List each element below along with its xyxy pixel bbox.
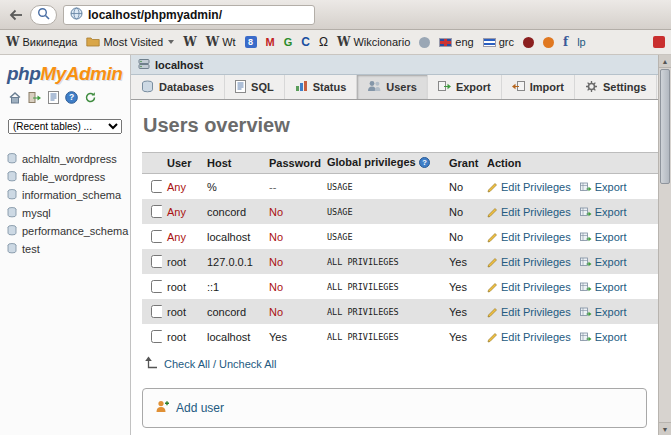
grant-cell: Yes [444,249,482,274]
sidebar-item-performance-schema[interactable]: performance_schema [7,222,126,240]
scroll-up-icon[interactable]: ▲ [659,55,671,68]
bookmark-label: grc [499,36,514,48]
edit-privileges-link[interactable]: Edit Privileges [501,206,571,218]
sidebar-item-fiable-wordpress[interactable]: fiable_wordpress [7,168,126,186]
bookmark-lp[interactable]: lp [577,36,586,48]
logout-icon[interactable] [28,91,42,104]
tab-settings[interactable]: Settings [575,75,657,99]
row-checkbox[interactable] [151,255,162,268]
bookmark-g[interactable]: G [284,36,293,48]
tab-sql[interactable]: SQL [225,75,285,99]
user-cell: Any [162,224,202,249]
back-icon[interactable] [8,8,24,22]
bookmark-wikcionario[interactable]: W Wikcionario [337,36,410,48]
row-checkbox[interactable] [151,330,162,343]
export-link[interactable]: Export [595,281,627,293]
bookmark-omega[interactable]: Ω [319,35,328,49]
sql-window-icon[interactable] [48,91,59,104]
export-tab-icon [438,80,451,94]
database-name: information_schema [22,189,121,201]
export-link[interactable]: Export [595,181,627,193]
search-button[interactable] [30,5,57,25]
edit-privileges-link[interactable]: Edit Privileges [501,181,571,193]
home-icon[interactable] [8,91,22,104]
users-table: User Host Password Global privileges? Gr… [142,152,658,349]
bookmark-site[interactable] [419,37,430,48]
check-all-arrow-icon [144,356,159,371]
scroll-down-icon[interactable]: ▼ [659,422,671,435]
row-checkbox[interactable] [151,280,162,293]
vertical-scrollbar[interactable]: ▲ ▼ [658,55,671,435]
scrollbar-thumb[interactable] [660,69,670,184]
bookmark-wikipedia[interactable]: W Википедиа [6,36,77,48]
sidebar-item-achlaltn-wordpress[interactable]: achlaltn_wordpress [7,150,126,168]
grant-cell: Yes [444,299,482,324]
bookmark-grc[interactable]: grc [483,36,514,48]
add-user-link[interactable]: Add user [176,401,224,415]
row-checkbox[interactable] [151,180,162,193]
grant-cell: Yes [444,274,482,299]
bookmark-orange[interactable] [543,37,554,48]
table-row: root concord No ALL PRIVILEGES Yes Edit … [142,299,658,324]
bookmark-wt[interactable]: W Wt [206,36,236,48]
bookmark-8[interactable]: 8 [245,36,257,48]
host-cell: localhost [202,224,264,249]
export-icon [580,182,592,193]
docs-icon[interactable]: ? [65,91,78,104]
row-checkbox[interactable] [151,230,162,243]
sidebar-item-test[interactable]: test [7,240,126,258]
bookmark-eng[interactable]: eng [439,36,473,48]
tab-users[interactable]: Users [357,75,428,99]
privileges-cell: USAGE [322,174,444,200]
edit-privileges-link[interactable]: Edit Privileges [501,231,571,243]
server-name[interactable]: localhost [155,59,203,71]
edit-privileges-link[interactable]: Edit Privileges [501,281,571,293]
bookmark-label: Wikcionario [353,36,410,48]
tab-export[interactable]: Export [428,75,502,99]
svg-text:?: ? [69,92,74,102]
export-link[interactable]: Export [595,331,627,343]
tab-databases[interactable]: Databases [131,75,225,99]
host-cell: concord [202,199,264,224]
tab-import[interactable]: Import [502,75,575,99]
url-text[interactable]: localhost/phpmyadmin/ [88,8,222,22]
tab-status[interactable]: Status [285,75,358,99]
edit-privileges-link[interactable]: Edit Privileges [501,331,571,343]
url-bar[interactable]: localhost/phpmyadmin/ [63,5,315,25]
action-cell: Edit PrivilegesExport [482,299,658,324]
checkbox-column-header [142,153,162,174]
edit-privileges-link[interactable]: Edit Privileges [501,306,571,318]
export-link[interactable]: Export [595,231,627,243]
table-row: root 127.0.0.1 No ALL PRIVILEGES Yes Edi… [142,249,658,274]
row-checkbox[interactable] [151,205,162,218]
privileges-cell: USAGE [322,224,444,249]
export-link[interactable]: Export [595,306,627,318]
export-icon [580,282,592,293]
logo-myadmin-text: MyAdmin [40,63,122,84]
host-cell: 127.0.0.1 [202,249,264,274]
phpmyadmin-logo[interactable]: phpMyAdmin [7,63,126,85]
sidebar-item-mysql[interactable]: mysql [7,204,126,222]
bookmark-m[interactable]: M [266,36,275,48]
help-icon[interactable]: ? [419,158,430,170]
action-cell: Edit PrivilegesExport [482,224,658,249]
recent-tables-select[interactable]: (Recent tables) ... [8,119,122,134]
export-link[interactable]: Export [595,206,627,218]
edit-privileges-link[interactable]: Edit Privileges [501,256,571,268]
host-cell: localhost [202,324,264,349]
export-link[interactable]: Export [595,256,627,268]
grant-cell: No [444,224,482,249]
row-checkbox[interactable] [151,305,162,318]
bookmark-red-badge[interactable] [653,36,665,48]
refresh-icon[interactable] [84,91,97,104]
check-all-link[interactable]: Check All / Uncheck All [164,358,277,370]
bookmark-c[interactable]: C [301,35,310,49]
tab-bar: Databases SQL Status Users Export [131,75,671,100]
bookmark-darkred[interactable] [523,37,534,48]
bookmark-w[interactable]: W [183,36,196,48]
server-icon [138,58,150,72]
action-cell: Edit PrivilegesExport [482,249,658,274]
bookmark-f[interactable]: f [563,35,568,49]
sidebar-item-information-schema[interactable]: information_schema [7,186,126,204]
bookmark-most-visited[interactable]: Most Visited [86,36,174,49]
